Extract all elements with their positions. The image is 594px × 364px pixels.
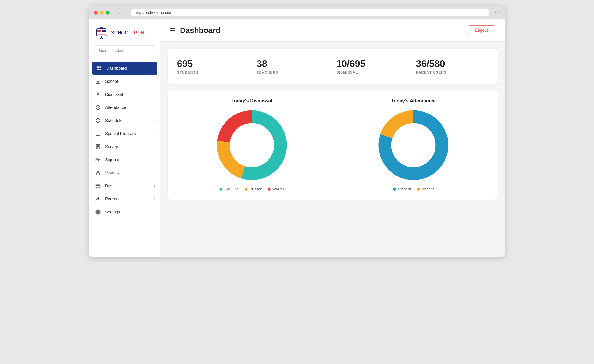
browser-titlebar: ‹ › http:// schooltron.com ···: [89, 6, 505, 19]
svg-point-29: [97, 187, 97, 188]
charts-card: Today's Dismissal: [168, 90, 498, 200]
legend-carline: Car Line: [219, 187, 239, 191]
stat-dismissal-value: 10/695: [337, 58, 402, 69]
settings-icon: [95, 209, 101, 215]
attendance-legend: Present Absent: [393, 187, 434, 191]
svg-point-26: [97, 171, 99, 172]
stat-students-value: 695: [177, 58, 242, 69]
svg-rect-5: [97, 34, 106, 35]
sidebar-item-signout-label: Signout: [105, 157, 119, 162]
nav-menu: Dashboard School › Dismissal ›: [89, 61, 160, 257]
stat-dismissal-label: DISMISSAL: [337, 70, 402, 75]
stat-parent-users: 36/580 PARENT USERS: [409, 56, 488, 77]
header-left: ☰ Dashboard: [170, 26, 220, 35]
logo-school-text: SCHOOL: [111, 30, 131, 35]
svg-rect-20: [96, 145, 100, 149]
dashboard-body: 695 STUDENTS 38 TEACHERS 10/695 DISMISSA…: [160, 42, 505, 257]
svg-point-33: [98, 197, 99, 199]
close-button[interactable]: [94, 11, 98, 15]
chevron-right-icon: ›: [154, 118, 155, 123]
maximize-button[interactable]: [106, 11, 110, 15]
stat-dismissal: 10/695 DISMISSAL: [329, 56, 409, 77]
legend-walker: Walker: [268, 187, 284, 191]
attendance-chart: Today's Attendance: [339, 98, 488, 191]
url-protocol: http://: [135, 10, 145, 15]
svg-point-38: [231, 124, 272, 166]
logout-button[interactable]: Logout: [468, 25, 495, 35]
stat-students-label: STUDENTS: [177, 70, 242, 75]
sidebar-item-parents-label: Parents: [105, 197, 119, 201]
hamburger-icon[interactable]: ☰: [170, 27, 175, 34]
sidebar-item-bus[interactable]: Bus ›: [89, 179, 160, 192]
sidebar-item-school-label: School: [105, 79, 118, 84]
present-dot: [393, 188, 396, 191]
sidebar-item-dashboard-label: Dashboard: [106, 66, 127, 71]
walker-dot: [268, 188, 271, 191]
busser-dot: [245, 188, 248, 191]
sidebar-item-survey-label: Survey: [105, 144, 118, 149]
sidebar-item-special-program[interactable]: Special Program ›: [89, 127, 160, 140]
sidebar-item-school[interactable]: School ›: [89, 75, 160, 88]
dismissal-legend: Car Line Busser Walker: [219, 187, 284, 191]
grid-icon: [96, 65, 102, 71]
dismissal-chart: Today's Dismissal: [177, 98, 327, 191]
sidebar-item-signout[interactable]: Signout: [89, 153, 160, 166]
sidebar-item-survey[interactable]: Survey: [89, 140, 160, 153]
svg-rect-8: [97, 69, 99, 70]
sidebar-item-settings[interactable]: Settings: [89, 205, 160, 219]
header: ☰ Dashboard Logout: [160, 19, 505, 42]
search-container: [89, 45, 160, 61]
sidebar-item-dismissal-label: Dismissal: [105, 92, 123, 97]
stats-row: 695 STUDENTS 38 TEACHERS 10/695 DISMISSA…: [177, 56, 488, 77]
schedule-icon: [95, 118, 101, 124]
stat-teachers: 38 TEACHERS: [249, 56, 329, 77]
svg-rect-6: [97, 66, 99, 68]
search-input[interactable]: [94, 45, 155, 56]
chevron-right-icon: ›: [154, 197, 155, 201]
svg-point-32: [97, 197, 98, 199]
dismissal-donut: [216, 110, 287, 181]
legend-busser: Busser: [245, 187, 261, 191]
address-bar[interactable]: http:// schooltron.com: [131, 9, 489, 16]
browser-nav: ‹ ›: [116, 10, 128, 16]
svg-rect-1: [100, 27, 103, 28]
stats-card: 695 STUDENTS 38 TEACHERS 10/695 DISMISSA…: [168, 49, 498, 84]
sidebar-item-dismissal[interactable]: Dismissal ›: [89, 88, 160, 101]
bus-icon: [95, 183, 101, 189]
chevron-right-icon: ›: [154, 105, 155, 110]
attendance-icon: [95, 105, 101, 110]
stat-parent-users-label: PARENT USERS: [416, 70, 481, 75]
back-button[interactable]: ‹: [116, 10, 121, 16]
svg-rect-3: [97, 30, 101, 32]
chevron-right-icon: ›: [154, 79, 155, 83]
stat-teachers-label: TEACHERS: [257, 70, 322, 75]
sidebar-item-visitors[interactable]: Visitors: [89, 166, 160, 179]
browser-menu-icon[interactable]: ···: [495, 10, 500, 16]
sidebar-item-dashboard[interactable]: Dashboard: [92, 62, 157, 75]
svg-rect-10: [97, 82, 99, 83]
parents-icon: [95, 196, 101, 202]
forward-button[interactable]: ›: [122, 10, 127, 16]
absent-dot: [417, 188, 420, 191]
logo-tron-text: TRON: [131, 30, 144, 35]
visitors-icon: [95, 170, 101, 176]
sidebar-item-special-program-label: Special Program: [105, 131, 136, 136]
sidebar-item-attendance[interactable]: Attendance ›: [89, 101, 160, 114]
minimize-button[interactable]: [100, 11, 104, 15]
svg-point-11: [97, 93, 99, 94]
charts-row: Today's Dismissal: [177, 98, 488, 191]
attendance-chart-title: Today's Attendance: [391, 98, 436, 104]
stat-students: 695 STUDENTS: [177, 56, 249, 77]
chevron-right-icon: ›: [154, 92, 155, 96]
sidebar-item-parents[interactable]: Parents ›: [89, 192, 160, 205]
school-icon: [95, 78, 101, 84]
stat-parent-users-value: 36/580: [416, 58, 481, 69]
signout-icon: [95, 157, 101, 163]
svg-point-34: [97, 211, 99, 213]
sidebar-item-bus-label: Bus: [105, 183, 112, 188]
sidebar-item-schedule[interactable]: Schedule ›: [89, 114, 160, 127]
carline-label: Car Line: [224, 187, 239, 191]
survey-icon: [95, 144, 101, 150]
sidebar: SCHOOLTRON Dashboard: [89, 19, 160, 257]
sidebar-item-schedule-label: Schedule: [105, 118, 122, 123]
